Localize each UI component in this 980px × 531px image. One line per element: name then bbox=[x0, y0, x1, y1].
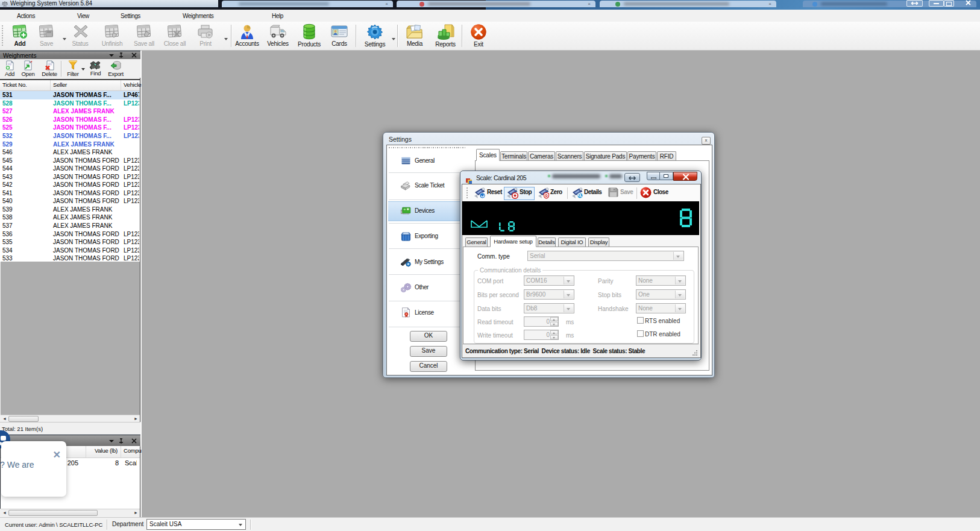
svg-text:0: 0 bbox=[545, 193, 547, 198]
